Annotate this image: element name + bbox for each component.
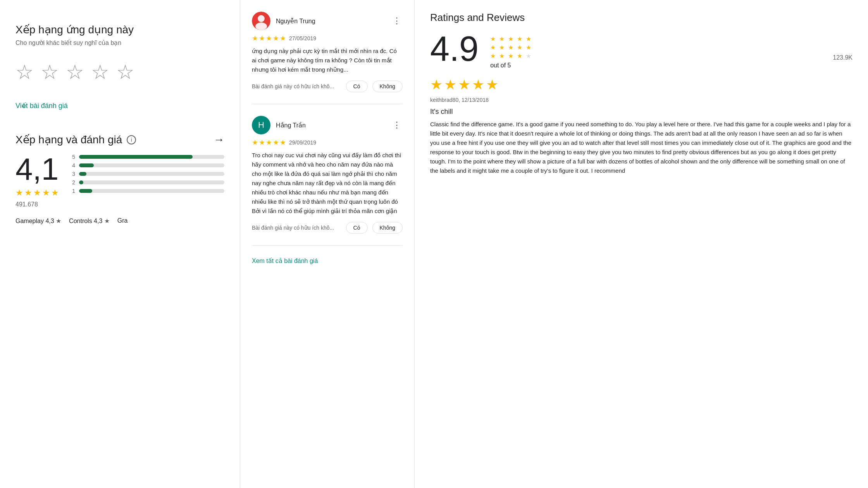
review-stars-2: ★ ★ ★ ★ ★ [252, 138, 286, 147]
bar-track-5 [79, 155, 224, 159]
review-date-1: 27/05/2019 [289, 35, 316, 41]
helpful-yes-2[interactable]: Có [346, 222, 368, 234]
review-stars-row-1: ★ ★ ★ ★ ★ 27/05/2019 [252, 34, 403, 43]
right-rating-stars-block: ★ ★ ★ ★ ★ ★ ★ ★ ★ ★ ★ ★ ★ ★ ★ out of 5 [490, 31, 534, 69]
bar-row-4: 4 [71, 162, 224, 168]
reviewer-header-2: H Hắng Trần ⋮ [252, 116, 403, 134]
avatar-2: H [252, 116, 270, 134]
more-options-2[interactable]: ⋮ [391, 119, 403, 132]
bar-label-4: 4 [71, 162, 75, 168]
bar-track-3 [79, 172, 224, 176]
bar-label-2: 2 [71, 179, 75, 186]
right-review-title: It's chill [430, 108, 852, 116]
bar-track-4 [79, 163, 224, 167]
bar-label-1: 1 [71, 188, 75, 194]
review-card-2: H Hắng Trần ⋮ ★ ★ ★ ★ ★ 29/09/2019 Tro c… [252, 116, 403, 246]
review-text-2: Tro choi nay cuc vui chơi này cũng vui đ… [252, 151, 403, 216]
review-card-1: Nguyễn Trung ⋮ ★ ★ ★ ★ ★ 27/05/2019 ứng … [252, 12, 403, 104]
bar-fill-5 [79, 155, 193, 159]
star-filled-2: ★ [24, 188, 32, 198]
info-icon[interactable]: i [127, 135, 136, 144]
star-filled-4: ★ [42, 188, 50, 198]
right-big-rating: 4.9 [430, 31, 479, 66]
avatar-1 [252, 12, 270, 30]
svg-point-2 [255, 22, 267, 30]
more-options-1[interactable]: ⋮ [391, 14, 403, 27]
helpful-yes-1[interactable]: Có [346, 81, 368, 92]
bar-fill-2 [79, 180, 83, 184]
star-5[interactable]: ☆ [116, 62, 134, 82]
see-all-reviews-link[interactable]: Xem tất cả bài đánh giá [252, 257, 403, 265]
star-2[interactable]: ☆ [41, 62, 59, 82]
right-rating-header: 4.9 ★ ★ ★ ★ ★ ★ ★ ★ ★ ★ ★ ★ ★ ★ ★ [430, 31, 852, 69]
bar-row-2: 2 [71, 179, 224, 186]
reviewer-name-2: Hắng Trần [276, 122, 386, 129]
svg-point-1 [258, 15, 265, 22]
bar-track-2 [79, 180, 224, 184]
rating-bars: 5 4 3 2 [71, 154, 224, 196]
rate-app-title: Xếp hạng ứng dụng này [16, 23, 224, 36]
star-1[interactable]: ☆ [16, 62, 34, 82]
rating-left-info: 4,1 ★ ★ ★ ★ ★ 491.678 [16, 154, 59, 208]
rate-app-subtitle: Cho người khác biết suy nghĩ của bạn [16, 39, 224, 46]
big-rating-number: 4,1 [16, 154, 59, 185]
bar-label-3: 3 [71, 171, 75, 177]
right-panel: Ratings and Reviews 4.9 ★ ★ ★ ★ ★ ★ ★ ★ … [415, 0, 868, 488]
ranking-section-title: Xếp hạng và đánh giá i → [16, 133, 224, 146]
right-review-text: Classic find the difference game. It's a… [430, 120, 852, 175]
right-review-count: 123.9K [833, 54, 852, 69]
review-text-1: ứng dụng này phải cực kỳ tin mắt thì mới… [252, 46, 403, 74]
middle-panel: Nguyễn Trung ⋮ ★ ★ ★ ★ ★ 27/05/2019 ứng … [240, 0, 415, 488]
helpful-label-2: Bài đánh giá này có hữu ích khô... [252, 225, 341, 231]
helpful-row-1: Bài đánh giá này có hữu ích khô... Có Kh… [252, 81, 403, 92]
mini-stars-grid: ★ ★ ★ ★ ★ ★ ★ ★ ★ ★ ★ ★ ★ ★ ★ [490, 35, 534, 60]
bar-fill-4 [79, 163, 94, 167]
right-review-stars: ★ ★ ★ ★ ★ [430, 77, 852, 93]
helpful-row-2: Bài đánh giá này có hữu ích khô... Có Kh… [252, 222, 403, 234]
right-reviewer: keithbrad80, 12/13/2018 [430, 97, 852, 103]
star-4[interactable]: ☆ [91, 62, 109, 82]
right-out-of: out of 5 [490, 62, 534, 69]
bar-row-3: 3 [71, 171, 224, 177]
write-review-link[interactable]: Viết bài đánh giá [16, 101, 224, 110]
ranking-arrow-button[interactable]: → [214, 134, 224, 146]
category-ratings: Gameplay 4,3 ★ Controls 4,3 ★ Gra [16, 217, 224, 225]
rating-stars: ★ ★ ★ ★ ★ [16, 188, 59, 198]
star-filled-1: ★ [16, 188, 23, 198]
helpful-no-2[interactable]: Không [372, 222, 403, 234]
review-stars-1: ★ ★ ★ ★ ★ [252, 34, 286, 43]
helpful-label-1: Bài đánh giá này có hữu ích khô... [252, 83, 341, 89]
review-date-2: 29/09/2019 [289, 139, 316, 146]
star-half-5: ★ [51, 188, 59, 198]
bar-fill-1 [79, 189, 92, 193]
bar-label-5: 5 [71, 154, 75, 160]
bar-row-5: 5 [71, 154, 224, 160]
panel-title: Ratings and Reviews [430, 12, 852, 24]
category-gameplay: Gameplay 4,3 ★ [16, 217, 61, 225]
review-count: 491.678 [16, 201, 38, 208]
review-stars-row-2: ★ ★ ★ ★ ★ 29/09/2019 [252, 138, 403, 147]
bar-fill-3 [79, 172, 86, 176]
helpful-no-1[interactable]: Không [372, 81, 403, 92]
user-star-rating[interactable]: ☆ ☆ ☆ ☆ ☆ [16, 62, 224, 82]
bar-track-1 [79, 189, 224, 193]
category-graphics: Gra [117, 217, 128, 225]
star-3[interactable]: ☆ [66, 62, 84, 82]
star-filled-3: ★ [33, 188, 41, 198]
category-controls: Controls 4,3 ★ [69, 217, 110, 225]
left-panel: Xếp hạng ứng dụng này Cho người khác biế… [0, 0, 240, 488]
reviewer-name-1: Nguyễn Trung [276, 17, 386, 25]
rating-overview: 4,1 ★ ★ ★ ★ ★ 491.678 5 4 [16, 154, 224, 208]
bar-row-1: 1 [71, 188, 224, 194]
reviewer-header-1: Nguyễn Trung ⋮ [252, 12, 403, 30]
